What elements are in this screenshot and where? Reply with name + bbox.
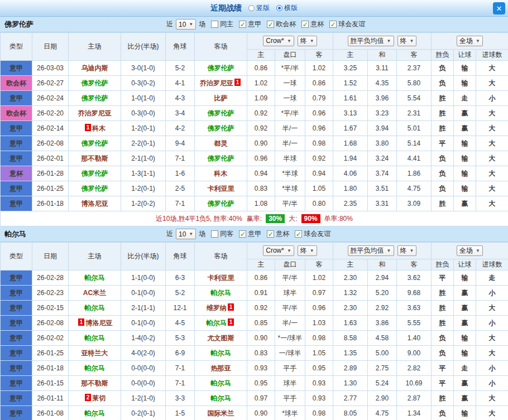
league-badge: 意甲 bbox=[1, 301, 32, 316]
scope-select[interactable]: 全场▼ bbox=[457, 36, 483, 46]
away-team-name: 卡利亚里 bbox=[208, 185, 234, 192]
team-name-heading: 佛罗伦萨 bbox=[4, 20, 33, 30]
red-card-badge: 2 bbox=[85, 394, 92, 401]
corner-score: 5-2 bbox=[166, 61, 195, 76]
result-wdl: 胜 bbox=[432, 91, 454, 106]
odds-draw: 3.11 bbox=[368, 61, 397, 76]
match-row: 欧会杯26-02-27佛罗伦萨0-3(0-2)4-1乔治罗尼亚11.02一球0.… bbox=[1, 76, 508, 91]
ah-home-odds: 0.91 bbox=[247, 286, 275, 301]
checkbox-label: 球会友谊 bbox=[304, 229, 330, 239]
match-row: 意甲26-01-15那不勒斯0-0(0-0)7-1帕尔马0.95球半0.931.… bbox=[1, 376, 508, 391]
select-value: 终 bbox=[400, 246, 407, 255]
col-header-0: 类型 bbox=[1, 33, 32, 61]
league-badge: 意甲 bbox=[1, 61, 32, 76]
result-wdl: 负 bbox=[432, 181, 454, 196]
checkbox-label: 同主 bbox=[220, 20, 233, 29]
odds-home: 1.63 bbox=[333, 316, 368, 331]
sections-container: 佛罗伦萨近10▼场同主意甲欧会杯意杯球会友谊类型日期主场比分(半场)角球客场Cr… bbox=[0, 17, 508, 420]
ah-away-odds: 0.92 bbox=[305, 151, 333, 166]
odds-draw: 4.75 bbox=[368, 406, 397, 420]
corner-score: 7-1 bbox=[166, 196, 195, 211]
odds-final-select[interactable]: 终▼ bbox=[397, 36, 417, 46]
ah-group-header: Crow*▼终▼ bbox=[247, 243, 333, 259]
ah-away-odds: 0.95 bbox=[305, 361, 333, 376]
result-wdl: 负 bbox=[432, 76, 454, 91]
odds-avg-select[interactable]: 胜平负均值▼ bbox=[348, 36, 394, 46]
filter-checkbox-意甲[interactable]: 意甲 bbox=[239, 20, 261, 29]
filter-suffix: 场 bbox=[199, 20, 205, 29]
result-wdl: 胜 bbox=[432, 106, 454, 121]
chevron-down-icon: ▼ bbox=[476, 248, 480, 253]
odds-away: 5.14 bbox=[397, 136, 432, 151]
chevron-down-icon: ▼ bbox=[310, 38, 314, 44]
radio-label: 竖版 bbox=[256, 3, 270, 13]
result-goals: 走 bbox=[476, 271, 508, 286]
filter-checkbox-意杯[interactable]: 意杯 bbox=[267, 229, 289, 239]
away-team-name: 佛罗伦萨 bbox=[208, 155, 234, 162]
ah-home-odds: 0.95 bbox=[247, 376, 275, 391]
result-goals: 大 bbox=[476, 136, 508, 151]
layout-radio-竖版[interactable]: 竖版 bbox=[248, 3, 270, 13]
odds-final-select[interactable]: 终▼ bbox=[397, 245, 417, 256]
score: 1-0(1-0) bbox=[121, 91, 166, 106]
home-team-cell: 博洛尼亚 bbox=[69, 196, 121, 211]
corner-score: 9-4 bbox=[166, 136, 195, 151]
away-team-cell: 帕尔马 bbox=[195, 376, 247, 391]
ah-final-select[interactable]: 终▼ bbox=[298, 36, 317, 46]
match-date: 26-02-15 bbox=[32, 301, 69, 316]
filter-checkbox-意甲[interactable]: 意甲 bbox=[239, 229, 261, 239]
odds-away: 4.41 bbox=[397, 151, 432, 166]
recent-count-select[interactable]: 10▼ bbox=[176, 19, 196, 30]
result-handicap: 输 bbox=[454, 271, 476, 286]
score: 0-3(0-0) bbox=[121, 106, 166, 121]
odds-home: 1.68 bbox=[333, 136, 368, 151]
odds-company-select[interactable]: Crow*▼ bbox=[263, 245, 294, 256]
corner-score: 7-1 bbox=[166, 361, 195, 376]
ah-final-select[interactable]: 终▼ bbox=[298, 245, 317, 256]
home-team-name: 佛罗伦萨 bbox=[82, 185, 108, 192]
odds-draw: 2.90 bbox=[368, 391, 397, 406]
chevron-down-icon: ▼ bbox=[410, 38, 414, 44]
recent-count-select[interactable]: 10▼ bbox=[176, 229, 196, 239]
odds-away: 1.86 bbox=[397, 166, 432, 181]
summary-row: 近10场,胜4平1负5, 胜率:40%赢率:30%大:90%单率:80% bbox=[1, 211, 508, 226]
league-badge: 意甲 bbox=[1, 151, 32, 166]
odds-company-select[interactable]: Crow*▼ bbox=[263, 36, 294, 46]
score: 0-1(0-0) bbox=[121, 316, 166, 331]
away-team-cell: 卡利亚里 bbox=[195, 181, 247, 196]
odds-draw: 5.24 bbox=[368, 376, 397, 391]
filter-checkbox-欧会杯[interactable]: 欧会杯 bbox=[267, 20, 296, 29]
close-button[interactable]: ✕ bbox=[493, 2, 505, 15]
select-value: 胜平负均值 bbox=[351, 246, 384, 255]
chevron-down-icon: ▼ bbox=[387, 38, 391, 44]
filter-checkbox-同主[interactable]: 同主 bbox=[211, 20, 233, 29]
odds-home: 1.52 bbox=[333, 76, 368, 91]
league-badge: 意杯 bbox=[1, 166, 32, 181]
filter-checkbox-球会友谊[interactable]: 球会友谊 bbox=[295, 229, 330, 239]
chevron-down-icon: ▼ bbox=[310, 248, 314, 253]
odds-away: 9.68 bbox=[397, 286, 432, 301]
home-team-cell: 那不勒斯 bbox=[69, 376, 121, 391]
odds-draw: 5.20 bbox=[368, 286, 397, 301]
result-wdl: 负 bbox=[432, 331, 454, 346]
result-goals: 大 bbox=[476, 331, 508, 346]
filter-checkbox-同客[interactable]: 同客 bbox=[211, 229, 233, 239]
sub-col-header-5: 客 bbox=[397, 259, 432, 271]
home-team-cell: 佛罗伦萨 bbox=[69, 136, 121, 151]
home-team-cell: 佛罗伦萨 bbox=[69, 76, 121, 91]
league-badge: 意甲 bbox=[1, 136, 32, 151]
scope-select[interactable]: 全场▼ bbox=[457, 245, 483, 256]
result-wdl: 平 bbox=[432, 361, 454, 376]
odds-draw: 3.80 bbox=[368, 136, 397, 151]
score: 0-3(0-2) bbox=[121, 76, 166, 91]
score: 4-0(2-0) bbox=[121, 346, 166, 361]
col-header-5: 客场 bbox=[195, 33, 247, 61]
filter-checkbox-意杯[interactable]: 意杯 bbox=[301, 20, 324, 29]
ah-handicap: *平/半 bbox=[275, 61, 305, 76]
odds-away: 9.00 bbox=[397, 346, 432, 361]
odds-avg-select[interactable]: 胜平负均值▼ bbox=[348, 245, 394, 256]
checkbox-checked-icon bbox=[239, 230, 246, 238]
filter-checkbox-球会友谊[interactable]: 球会友谊 bbox=[329, 20, 365, 29]
layout-radio-横版[interactable]: 横版 bbox=[276, 3, 298, 13]
result-wdl: 胜 bbox=[432, 196, 454, 211]
